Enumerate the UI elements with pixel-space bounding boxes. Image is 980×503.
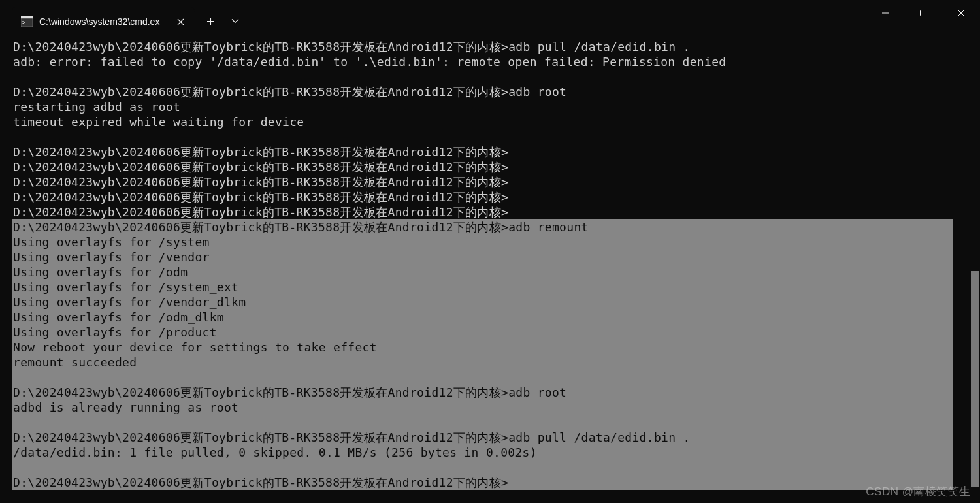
terminal-line — [13, 69, 980, 84]
svg-rect-3 — [921, 10, 926, 16]
terminal-line: Using overlayfs for /system_ext — [12, 280, 953, 295]
scrollbar-thumb[interactable] — [971, 271, 979, 487]
terminal-line — [12, 370, 953, 385]
tab-title: C:\windows\system32\cmd.ex — [39, 16, 171, 27]
svg-text:>_: >_ — [22, 20, 29, 25]
terminal-tab[interactable]: >_ C:\windows\system32\cmd.ex — [12, 7, 195, 37]
terminal-line — [12, 460, 953, 475]
titlebar: >_ C:\windows\system32\cmd.ex — [0, 0, 980, 34]
terminal-line: Using overlayfs for /vendor_dlkm — [12, 295, 953, 310]
terminal-line: D:\20240423wyb\20240606更新Toybrick的TB-RK3… — [12, 475, 953, 490]
cmd-icon: >_ — [21, 16, 33, 27]
terminal-line: D:\20240423wyb\20240606更新Toybrick的TB-RK3… — [13, 39, 980, 54]
window-controls — [866, 0, 980, 26]
minimize-button[interactable] — [866, 0, 904, 26]
terminal-line: adbd is already running as root — [12, 400, 953, 415]
terminal-line: D:\20240423wyb\20240606更新Toybrick的TB-RK3… — [13, 159, 980, 174]
new-tab-button[interactable] — [197, 8, 223, 34]
terminal-line: D:\20240423wyb\20240606更新Toybrick的TB-RK3… — [13, 204, 980, 219]
watermark: CSDN @南棱笑笑生 — [866, 484, 971, 499]
tab-close-button[interactable] — [171, 12, 189, 31]
terminal-line: Now reboot your device for settings to t… — [12, 340, 953, 355]
terminal-line: Using overlayfs for /product — [12, 325, 953, 340]
terminal-line — [12, 415, 953, 430]
terminal-line: adb: error: failed to copy '/data/edid.b… — [13, 54, 980, 69]
terminal-line: remount succeeded — [12, 355, 953, 370]
terminal-line: D:\20240423wyb\20240606更新Toybrick的TB-RK3… — [13, 144, 980, 159]
terminal-line: Using overlayfs for /odm — [12, 265, 953, 280]
svg-rect-1 — [21, 16, 33, 18]
terminal-line: D:\20240423wyb\20240606更新Toybrick的TB-RK3… — [13, 174, 980, 189]
maximize-button[interactable] — [904, 0, 942, 26]
terminal-line: Using overlayfs for /system — [12, 235, 953, 250]
close-button[interactable] — [942, 0, 980, 26]
terminal-output[interactable]: D:\20240423wyb\20240606更新Toybrick的TB-RK3… — [0, 34, 980, 490]
terminal-line: D:\20240423wyb\20240606更新Toybrick的TB-RK3… — [12, 430, 953, 445]
terminal-line: D:\20240423wyb\20240606更新Toybrick的TB-RK3… — [13, 189, 980, 204]
terminal-line: restarting adbd as root — [13, 99, 980, 114]
terminal-line: Using overlayfs for /odm_dlkm — [12, 310, 953, 325]
terminal-line: timeout expired while waiting for device — [13, 114, 980, 129]
terminal-line: D:\20240423wyb\20240606更新Toybrick的TB-RK3… — [13, 84, 980, 99]
terminal-line: D:\20240423wyb\20240606更新Toybrick的TB-RK3… — [12, 219, 953, 235]
terminal-line — [13, 129, 980, 144]
terminal-line: D:\20240423wyb\20240606更新Toybrick的TB-RK3… — [12, 385, 953, 400]
terminal-line: Using overlayfs for /vendor — [12, 250, 953, 265]
terminal-line: /data/edid.bin: 1 file pulled, 0 skipped… — [12, 445, 953, 460]
tab-dropdown-button[interactable] — [223, 8, 247, 34]
